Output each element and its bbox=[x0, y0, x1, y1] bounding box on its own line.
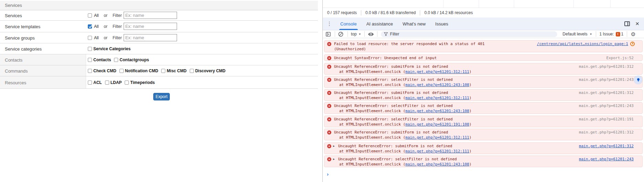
message-source-link[interactable]: Export.js:52 bbox=[606, 56, 634, 60]
checkbox-option: Timeperiods bbox=[125, 80, 155, 85]
filter-name-input[interactable] bbox=[124, 12, 177, 19]
all-checkbox[interactable] bbox=[88, 13, 92, 18]
option-checkbox[interactable] bbox=[88, 69, 92, 73]
stack-source-link[interactable]: main.get.php?p=61201:191:108 bbox=[405, 122, 469, 127]
more-options-icon[interactable]: ⋮ bbox=[327, 21, 332, 27]
console-filter-input[interactable]: Filter bbox=[381, 31, 557, 37]
console-sidebar-toggle-icon[interactable] bbox=[326, 32, 331, 36]
error-icon: × bbox=[327, 65, 331, 69]
form-row: Service categoriesService Categories bbox=[0, 43, 318, 54]
gear-icon[interactable]: ⚙ bbox=[631, 31, 635, 38]
error-icon: × bbox=[327, 56, 331, 60]
option-checkbox[interactable] bbox=[88, 58, 92, 62]
message-source-link[interactable]: main.get.php?p=61201:243 bbox=[579, 157, 634, 161]
message-source-link[interactable]: main.get.php?p=61201:312 bbox=[579, 130, 634, 135]
tab-issues[interactable]: Issues bbox=[430, 18, 453, 30]
tab-ai-assistance[interactable]: AI assistance bbox=[362, 18, 398, 30]
filter-label: Filter bbox=[113, 13, 122, 18]
option-checkbox-label: Notification CMD bbox=[125, 68, 158, 73]
checkbox-option: Discovery CMD bbox=[190, 68, 226, 73]
error-icon: × bbox=[327, 104, 331, 108]
message-source-link[interactable]: main.get.php?p=61201:312 bbox=[579, 64, 634, 69]
stack-source-link[interactable]: main.get.php?p=61201:312:111 bbox=[405, 69, 469, 74]
form-row: ResourcesACLLDAPTimeperiods bbox=[0, 76, 318, 89]
message-source-link[interactable]: /centreon/api/latest…nsions/login_page:1 bbox=[537, 42, 628, 46]
stack-trace-line: at HTMLInputElement.onclick (main.get.ph… bbox=[339, 149, 471, 153]
message-source-link[interactable]: main.get.php?p=61201:312 bbox=[579, 90, 634, 95]
option-checkbox[interactable] bbox=[161, 69, 165, 73]
section-title: Services bbox=[5, 3, 22, 8]
tab-whats-new[interactable]: What's new bbox=[398, 18, 430, 30]
error-message-text: Uncaught ReferenceError: selectFilter is… bbox=[334, 104, 453, 108]
form-row: ContactsContactsContactgroups bbox=[0, 54, 318, 65]
stack-source-link[interactable]: main.get.php?p=61201:243:108 bbox=[405, 162, 469, 167]
issues-counter[interactable]: 1 Issue: ! 1 bbox=[600, 32, 624, 36]
devtools-panel: 0 / 157 requests 0.0 kB / 81.6 kB transf… bbox=[322, 0, 644, 182]
network-column-divider bbox=[479, 0, 479, 8]
console-messages-area: › ×Failed to load resource: the server r… bbox=[323, 38, 644, 182]
stack-source-link[interactable]: main.get.php?p=61201:243:108 bbox=[405, 109, 469, 113]
clear-console-icon[interactable] bbox=[338, 32, 343, 37]
expand-triangle-icon[interactable]: ▶ bbox=[333, 144, 335, 148]
live-expression-eye-icon[interactable] bbox=[368, 32, 374, 36]
option-checkbox[interactable] bbox=[120, 69, 124, 73]
row-controls: AllorFilter bbox=[88, 10, 177, 20]
option-checkbox[interactable] bbox=[125, 81, 129, 85]
error-message-text: Uncaught ReferenceError: selectFilter is… bbox=[334, 117, 453, 121]
console-prompt-chevron[interactable]: › bbox=[326, 171, 329, 178]
stack-trace-line: at HTMLInputElement.onclick (main.get.ph… bbox=[339, 135, 471, 140]
status-divider bbox=[361, 10, 361, 15]
expand-triangle-icon[interactable]: ▶ bbox=[333, 158, 335, 161]
option-checkbox[interactable] bbox=[88, 81, 92, 85]
row-label: Service groups bbox=[5, 35, 35, 40]
checkbox-option: ACL bbox=[88, 80, 102, 85]
error-icon: × bbox=[327, 91, 331, 95]
message-source-link[interactable]: main.get.php?p=61201:243 bbox=[579, 104, 634, 108]
message-source-link[interactable]: main.get.php?p=61201:312 bbox=[579, 144, 634, 148]
network-column-divider bbox=[573, 0, 574, 8]
error-message-text: Failed to load resource: the server resp… bbox=[334, 42, 485, 46]
stack-source-link[interactable]: main.get.php?p=61201:312:111 bbox=[405, 149, 469, 153]
log-levels-selector[interactable]: Default levels ▼ bbox=[563, 32, 592, 36]
message-source-link[interactable]: main.get.php?p=61201:191 bbox=[579, 117, 634, 121]
dock-side-icon[interactable] bbox=[624, 21, 630, 26]
network-column-divider bbox=[514, 0, 514, 8]
stack-source-link[interactable]: main.get.php?p=61201:312:111 bbox=[405, 96, 469, 100]
console-error-message: ×Uncaught ReferenceError: submitForm is … bbox=[324, 89, 643, 101]
error-message-text-line2: (Unauthorized) bbox=[334, 47, 366, 51]
stack-source-link[interactable]: main.get.php?p=61201:312:111 bbox=[405, 135, 469, 140]
checkbox-option: Service Categories bbox=[88, 46, 131, 51]
stack-source-link[interactable]: main.get.php?p=61201:243:108 bbox=[405, 83, 469, 87]
option-checkbox[interactable] bbox=[88, 47, 92, 51]
form-row: Service templatesAllorFilter bbox=[0, 21, 318, 32]
all-checkbox[interactable] bbox=[88, 36, 92, 40]
filter-placeholder: Filter bbox=[390, 32, 399, 36]
export-button[interactable]: Export bbox=[153, 93, 170, 100]
option-checkbox[interactable] bbox=[190, 69, 194, 73]
checkbox-option: Check CMD bbox=[88, 68, 116, 73]
transferred-size: 0.0 kB / 81.6 kB transferred bbox=[365, 10, 416, 15]
network-column-divider bbox=[443, 0, 444, 8]
message-source-link[interactable]: main.get.php?p=61201:243 bbox=[579, 77, 634, 82]
option-checkbox-label: LDAP bbox=[111, 80, 122, 85]
error-icon: × bbox=[327, 42, 331, 46]
all-checkbox-label: All bbox=[94, 13, 98, 18]
form-row: CommandsCheck CMDNotification CMDMisc CM… bbox=[0, 65, 318, 76]
or-label: or bbox=[104, 13, 107, 18]
row-controls: AllorFilter bbox=[88, 32, 177, 43]
issue-badge-icon: ! bbox=[616, 32, 620, 36]
form-row: Service groupsAllorFilter bbox=[0, 32, 318, 43]
ai-explain-error-button[interactable] bbox=[634, 76, 642, 84]
error-message-text: Uncaught ReferenceError: selectFilter is… bbox=[334, 77, 453, 82]
console-error-message: ×Uncaught ReferenceError: submitForm is … bbox=[324, 63, 643, 75]
filter-name-input[interactable] bbox=[124, 34, 177, 41]
context-selector[interactable]: top ▼ bbox=[351, 32, 361, 36]
close-icon[interactable]: × bbox=[635, 21, 639, 26]
option-checkbox[interactable] bbox=[114, 58, 118, 62]
all-checkbox[interactable] bbox=[88, 24, 92, 29]
or-label: or bbox=[104, 24, 107, 29]
tab-console[interactable]: Console bbox=[335, 18, 362, 30]
option-checkbox[interactable] bbox=[105, 81, 109, 85]
error-icon: × bbox=[327, 78, 331, 82]
filter-name-input[interactable] bbox=[124, 23, 177, 30]
